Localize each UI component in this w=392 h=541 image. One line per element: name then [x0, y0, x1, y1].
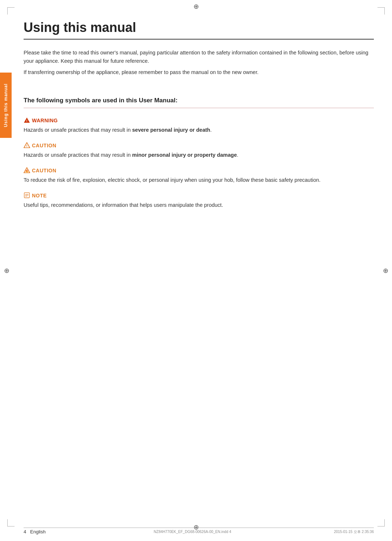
caution1-desc-bold: minor personal injury or property damage [132, 152, 237, 158]
warning-desc-prefix: Hazards or unsafe practices that may res… [24, 127, 132, 133]
warning-desc-bold: severe personal injury or death [132, 127, 210, 133]
footer-line [24, 528, 374, 528]
footer-filename: NZ84H770EK_EF_DG68-00626A-00_EN.indd 4 [154, 530, 231, 534]
crosshair-left-icon [3, 267, 10, 274]
caution-flame-icon: 🔥 ✦ [24, 167, 30, 174]
corner-mark-br [377, 519, 385, 526]
side-tab: Using this manual [0, 73, 12, 138]
svg-text:!: ! [26, 144, 27, 148]
intro-paragraph-2: If transferring ownership of the applian… [24, 68, 374, 77]
caution1-desc-suffix: . [237, 152, 238, 158]
footer-page-number: 4 English [24, 529, 46, 534]
caution1-desc-prefix: Hazards or unsafe practices that may res… [24, 152, 132, 158]
warning-label: WARNING [32, 118, 58, 123]
section-heading: The following symbols are used in this U… [24, 97, 374, 104]
side-tab-label: Using this manual [3, 83, 8, 127]
corner-mark-bl [7, 519, 15, 526]
warning-desc: Hazards or unsafe practices that may res… [24, 126, 374, 134]
corner-mark-tl [7, 7, 15, 15]
warning-triangle-icon: ! [24, 117, 30, 124]
warning-block: ! WARNING Hazards or unsafe practices th… [24, 117, 374, 134]
note-desc: Useful tips, recommendations, or informa… [24, 201, 374, 209]
warning-desc-suffix: . [210, 127, 212, 133]
page-title: Using this manual [24, 20, 374, 35]
footer-left: 4 English [24, 529, 51, 534]
svg-text:✦: ✦ [26, 169, 28, 173]
caution1-header: ! CAUTION [24, 142, 374, 149]
crosshair-right-icon [382, 267, 389, 274]
footer: 4 English NZ84H770EK_EF_DG68-00626A-00_E… [24, 529, 374, 534]
footer-date: 2015-01-15 오후 2:35:36 [334, 529, 374, 534]
caution2-block: 🔥 ✦ CAUTION To reduce the risk of fire, … [24, 167, 374, 184]
caution1-block: ! CAUTION Hazards or unsafe practices th… [24, 142, 374, 159]
main-content: Using this manual Please take the time t… [24, 20, 374, 521]
caution-triangle-icon: ! [24, 142, 30, 149]
warning-header: ! WARNING [24, 117, 374, 124]
corner-mark-tr [377, 7, 385, 15]
caution2-desc: To reduce the risk of fire, explosion, e… [24, 176, 374, 184]
svg-text:!: ! [26, 119, 27, 123]
title-underline [24, 39, 374, 40]
note-block: NOTE Useful tips, recommendations, or in… [24, 192, 374, 209]
crosshair-top-icon [192, 3, 200, 10]
caution2-label: CAUTION [32, 168, 56, 173]
caution1-label: CAUTION [32, 143, 56, 148]
note-header: NOTE [24, 192, 374, 199]
intro-paragraph-1: Please take the time to read this owner'… [24, 49, 374, 65]
note-label: NOTE [32, 193, 47, 198]
caution2-header: 🔥 ✦ CAUTION [24, 167, 374, 174]
note-icon [24, 192, 30, 199]
caution1-desc: Hazards or unsafe practices that may res… [24, 151, 374, 159]
section-underline [24, 108, 374, 108]
